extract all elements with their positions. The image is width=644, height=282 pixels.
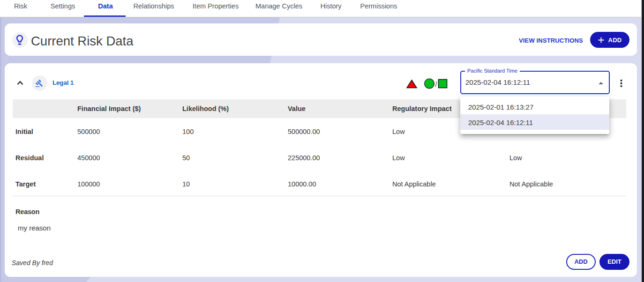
- svg-text:/: /: [435, 81, 437, 88]
